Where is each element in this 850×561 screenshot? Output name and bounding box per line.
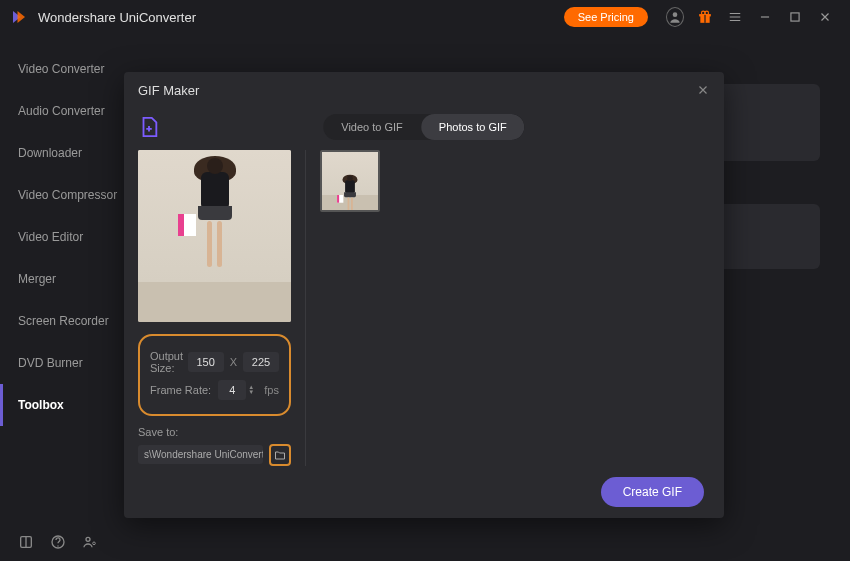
modal-footer: Create GIF <box>124 466 724 518</box>
output-size-label: Output Size: <box>150 350 188 374</box>
help-icon[interactable] <box>50 534 66 550</box>
app-title: Wondershare UniConverter <box>38 10 196 25</box>
manual-icon[interactable] <box>18 534 34 550</box>
gif-maker-modal: GIF Maker Video to GIF Photos to GIF <box>124 72 724 518</box>
modal-toolbar: Video to GIF Photos to GIF <box>124 108 724 146</box>
dimension-separator: X <box>230 356 237 368</box>
menu-icon[interactable] <box>726 8 744 26</box>
frame-rate-label: Frame Rate: <box>150 384 218 396</box>
see-pricing-button[interactable]: See Pricing <box>564 7 648 27</box>
minimize-icon[interactable] <box>756 8 774 26</box>
output-settings-highlight: Output Size: 150 X 225 Frame Rate: 4 ▲▼ … <box>138 334 291 416</box>
add-file-icon[interactable] <box>138 116 160 138</box>
maximize-icon[interactable] <box>786 8 804 26</box>
user-settings-icon[interactable] <box>82 534 98 550</box>
save-path-field[interactable]: s\Wondershare UniConverter <box>138 445 263 464</box>
frame-rate-stepper[interactable]: ▲▼ <box>248 385 258 395</box>
close-icon[interactable] <box>816 8 834 26</box>
frame-rate-row: Frame Rate: 4 ▲▼ fps <box>150 380 279 400</box>
titlebar: Wondershare UniConverter See Pricing <box>0 0 850 34</box>
output-width-input[interactable]: 150 <box>188 352 224 372</box>
save-path-row: s\Wondershare UniConverter <box>138 444 291 466</box>
photo-thumbnail[interactable] <box>320 150 380 212</box>
output-height-input[interactable]: 225 <box>243 352 279 372</box>
gift-icon[interactable] <box>696 8 714 26</box>
svg-point-0 <box>673 12 678 17</box>
tab-video-to-gif[interactable]: Video to GIF <box>323 114 421 140</box>
output-size-row: Output Size: 150 X 225 <box>150 350 279 374</box>
svg-point-10 <box>86 537 90 541</box>
app-logo-icon <box>10 8 28 26</box>
account-icon[interactable] <box>666 8 684 26</box>
preview-image <box>138 150 291 322</box>
browse-folder-button[interactable] <box>269 444 291 466</box>
create-gif-button[interactable]: Create GIF <box>601 477 704 507</box>
bottombar <box>0 523 152 561</box>
mode-tabs: Video to GIF Photos to GIF <box>323 114 524 140</box>
modal-body: Output Size: 150 X 225 Frame Rate: 4 ▲▼ … <box>124 146 724 466</box>
modal-header: GIF Maker <box>124 72 724 108</box>
svg-rect-6 <box>791 13 799 21</box>
svg-point-9 <box>57 545 58 546</box>
folder-icon <box>274 449 286 461</box>
modal-title: GIF Maker <box>138 83 696 98</box>
frame-rate-input[interactable]: 4 <box>218 380 246 400</box>
modal-close-icon[interactable] <box>696 83 710 97</box>
tab-photos-to-gif[interactable]: Photos to GIF <box>421 114 525 140</box>
left-panel: Output Size: 150 X 225 Frame Rate: 4 ▲▼ … <box>138 150 306 466</box>
svg-point-5 <box>705 11 709 14</box>
thumbnails-panel <box>320 150 710 466</box>
svg-rect-3 <box>704 14 705 23</box>
fps-unit: fps <box>264 384 279 396</box>
save-to-label: Save to: <box>138 426 291 438</box>
svg-point-11 <box>93 542 96 545</box>
